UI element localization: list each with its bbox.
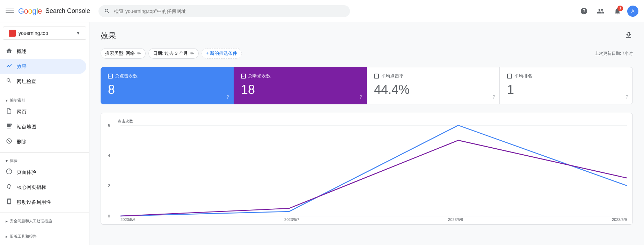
filter-date[interactable]: 日期: 过去 3 个月 ✏ — [148, 48, 199, 59]
svg-rect-2 — [6, 12, 14, 13]
x-label-1: 2023/5/7 — [284, 217, 299, 222]
metric-card-impressions[interactable]: 总曝光次数 18 ? — [234, 67, 367, 104]
metric-title-ctr: 平均点击率 — [381, 73, 404, 79]
chart-x-labels: 2023/5/6 2023/5/7 2023/5/8 2023/5/9 — [120, 217, 627, 222]
sidebar-label-performance: 效果 — [17, 64, 27, 70]
section-arrow-icon: ▾ — [6, 98, 8, 103]
notification-badge: 1 — [617, 6, 623, 11]
search-bar[interactable] — [98, 5, 350, 17]
search-small-icon — [6, 77, 13, 86]
page-experience-icon — [6, 168, 13, 176]
y-label-4: 4 — [108, 154, 110, 158]
performance-icon — [6, 62, 13, 70]
sidebar-item-core-web-vitals[interactable]: 核心网页指标 — [0, 180, 86, 195]
chart-area: 6 4 2 0 — [120, 125, 627, 216]
site-selector[interactable]: youerning.top ▼ — [3, 27, 86, 40]
metric-checkbox-clicks[interactable] — [108, 74, 113, 79]
sidebar-label-core-web-vitals: 核心网页指标 — [17, 184, 46, 191]
removals-icon — [6, 138, 13, 146]
metric-checkbox-position[interactable] — [507, 74, 512, 79]
section-experience-label: 体验 — [10, 158, 17, 163]
metric-title-impressions: 总曝光次数 — [248, 73, 271, 79]
filter-search-type[interactable]: 搜索类型: 网络 ✏ — [101, 48, 146, 59]
sidebar-item-removals[interactable]: 删除 — [0, 134, 86, 149]
metric-help-position[interactable]: ? — [625, 94, 628, 100]
section-arrow-legacy-icon: ▸ — [6, 234, 8, 239]
metric-checkbox-impressions[interactable] — [241, 74, 246, 79]
sitemaps-icon — [6, 123, 13, 131]
metric-value-ctr: 44.4% — [374, 82, 492, 97]
section-legacy-label: 旧版工具和报告 — [10, 234, 37, 239]
app-title: Search Console — [45, 7, 90, 15]
metric-label-ctr: 平均点击率 — [374, 73, 492, 79]
main-content: 效果 搜索类型: 网络 ✏ 日期: 过去 3 个月 ✏ + 新的筛选条件 上次更… — [89, 22, 644, 245]
sidebar-item-performance[interactable]: 效果 — [0, 59, 86, 74]
filters-bar: 搜索类型: 网络 ✏ 日期: 过去 3 个月 ✏ + 新的筛选条件 上次更新日期… — [101, 48, 633, 59]
pages-icon — [6, 108, 13, 116]
sidebar-label-removals: 删除 — [17, 139, 27, 145]
divider-3 — [0, 213, 89, 213]
filter-search-type-edit-icon[interactable]: ✏ — [137, 51, 141, 56]
section-legacy[interactable]: ▸ 旧版工具和报告 — [0, 231, 89, 240]
section-indexing[interactable]: ▾ 编制索引 — [0, 95, 89, 104]
core-web-vitals-icon — [6, 183, 13, 191]
chart-svg — [120, 125, 627, 216]
grid-line-0 — [120, 216, 627, 216]
metric-label-clicks: 总点击次数 — [108, 73, 226, 79]
help-button[interactable] — [577, 4, 591, 18]
y-label-2: 2 — [108, 184, 110, 188]
sidebar-item-url-inspection[interactable]: 网址检查 — [0, 74, 86, 89]
logo: Google Search Console — [18, 7, 90, 16]
metric-card-ctr[interactable]: 平均点击率 44.4% ? — [367, 67, 500, 104]
chart-y-label: 点击次数 — [118, 119, 627, 124]
menu-icon[interactable] — [6, 6, 14, 16]
page-title: 效果 — [101, 31, 116, 41]
sidebar-item-sitemaps[interactable]: 站点地图 — [0, 119, 86, 134]
section-indexing-label: 编制索引 — [10, 98, 25, 103]
metric-checkbox-ctr[interactable] — [374, 74, 379, 79]
sidebar-label-page-experience: 页面体验 — [17, 169, 36, 176]
search-input[interactable] — [114, 8, 344, 14]
sidebar-item-overview[interactable]: 概述 — [0, 44, 86, 59]
chart-container: 点击次数 6 4 2 0 2023/5/6 2023/ — [101, 113, 633, 225]
users-button[interactable] — [594, 4, 608, 18]
metric-help-clicks[interactable]: ? — [226, 94, 229, 100]
metric-value-impressions: 18 — [241, 82, 359, 97]
site-name: youerning.top — [19, 30, 73, 36]
x-label-3: 2023/5/9 — [612, 217, 627, 222]
add-filter-button[interactable]: + 新的筛选条件 — [202, 48, 242, 59]
sidebar: youerning.top ▼ 概述 效果 网址检查 ▾ 编制索引 网页 站点地… — [0, 22, 89, 245]
svg-rect-1 — [6, 10, 14, 10]
metric-cards: 总点击次数 8 ? 总曝光次数 18 ? 平均点击率 44.4% ? 平均排名 — [101, 67, 633, 104]
filter-date-label: 日期: 过去 3 个月 — [153, 50, 188, 57]
sidebar-item-pages[interactable]: 网页 — [0, 104, 86, 119]
divider-4 — [0, 228, 89, 228]
download-button[interactable] — [624, 31, 633, 41]
page-header: 效果 — [101, 31, 633, 41]
filter-date-edit-icon[interactable]: ✏ — [190, 51, 194, 56]
last-updated: 上次更新日期: 7小时 — [595, 51, 633, 57]
metric-help-impressions[interactable]: ? — [359, 94, 362, 100]
metric-help-ctr[interactable]: ? — [492, 94, 495, 100]
metric-title-clicks: 总点击次数 — [115, 73, 138, 79]
metric-card-position[interactable]: 平均排名 1 ? — [500, 67, 633, 104]
metric-card-clicks[interactable]: 总点击次数 8 ? — [101, 67, 234, 104]
sidebar-item-page-experience[interactable]: 页面体验 — [0, 165, 86, 180]
notifications-button[interactable]: 1 — [610, 4, 624, 18]
user-avatar[interactable]: A — [627, 6, 638, 17]
metric-value-clicks: 8 — [108, 82, 226, 97]
home-icon — [6, 47, 13, 55]
section-security-label: 安全问题和人工处理措施 — [10, 218, 52, 224]
site-favicon — [9, 30, 16, 37]
sidebar-item-mobile-usability[interactable]: 移动设备易用性 — [0, 195, 86, 210]
divider-2 — [0, 152, 89, 153]
search-icon — [104, 8, 110, 14]
metric-label-position: 平均排名 — [507, 73, 625, 79]
divider-1 — [0, 92, 89, 92]
svg-rect-0 — [6, 8, 14, 8]
section-experience[interactable]: ▾ 体验 — [0, 155, 89, 165]
section-security[interactable]: ▸ 安全问题和人工处理措施 — [0, 216, 89, 225]
topbar-icons: 1 A — [577, 4, 638, 18]
mobile-icon — [6, 198, 13, 206]
topbar: Google Search Console 1 A — [0, 0, 644, 22]
